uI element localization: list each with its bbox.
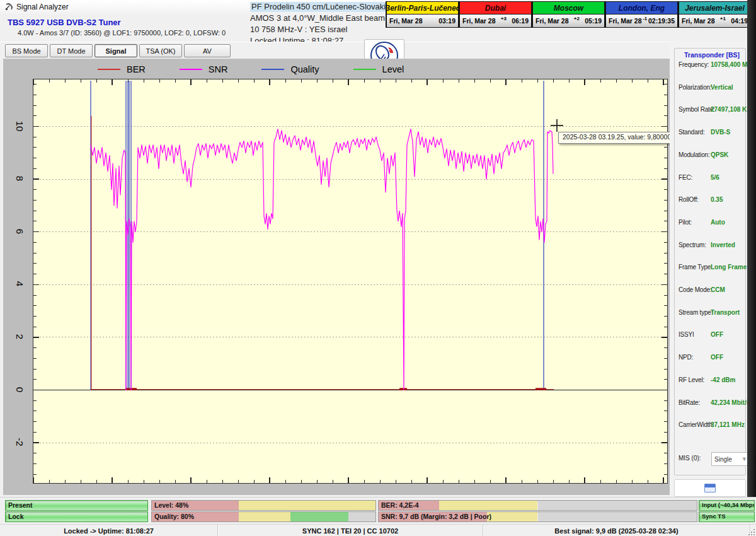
clock-time: 05:19 <box>585 17 602 25</box>
legend-label: BER <box>127 64 146 74</box>
mis-dropdown[interactable]: Single ▼ <box>711 452 750 466</box>
level-indicator: Level: 48% <box>151 500 376 511</box>
clock-date: Fri, Mar 28 <box>609 17 642 25</box>
field-label: Modulation: <box>679 151 710 158</box>
transponder-row-frequency: Frequency:10758,400 MHz <box>675 61 745 71</box>
legend-swatch <box>180 69 202 70</box>
info-line-text: 10 758 MHz-V : YES israel <box>250 25 347 34</box>
tab-signal-mon[interactable]: Signal Mon. <box>94 44 137 57</box>
status-sync-counters: SYNC 162 | TEI 20 | CC 10702 <box>218 525 483 536</box>
legend-item-ber: BER <box>98 64 146 74</box>
field-label: Stream type: <box>679 309 713 316</box>
input-label: Input (~40,34 Mbps) <box>702 501 755 508</box>
tab-tsa-ok[interactable]: TSA (OK) <box>139 44 182 57</box>
clock-utc-offset: +2 <box>574 16 580 21</box>
clock-utc-offset: +3 <box>501 16 507 21</box>
field-label: RollOff: <box>679 196 699 203</box>
tuner-title: TBS 5927 USB DVB-S2 Tuner <box>8 18 121 27</box>
field-label: CarrierWidth: <box>679 421 714 428</box>
clock-date: Fri, Mar 28 <box>682 17 715 25</box>
clock-city-label: Jerusalem-Israel <box>679 1 751 14</box>
tab-av-stopped[interactable]: AV (Stopped) <box>184 44 231 57</box>
transponder-row-pilot: Pilot:Auto <box>675 219 745 229</box>
status-bar: Locked -> Uptime: 81:08:27SYNC 162 | TEI… <box>0 524 756 536</box>
field-label: RF Level: <box>679 376 704 383</box>
y-axis-tick-label: 8 <box>12 170 28 187</box>
clock-datetime: Fri, Mar 28-102:19:35 <box>605 14 678 28</box>
bar-segment <box>538 501 697 510</box>
clock-jerusalem-israel: Jerusalem-IsraelFri, Mar 28+104:19 <box>679 1 752 28</box>
field-value: 37,121 MHz <box>711 421 745 428</box>
field-label: Frequency: <box>679 61 709 68</box>
transponder-row-rolloff: RollOff:0.35 <box>675 196 745 206</box>
field-label: NPD: <box>679 354 693 361</box>
clock-city-label: Dubai <box>459 1 532 14</box>
field-label: BitRate: <box>679 399 700 406</box>
y-axis-tick-label: 6 <box>12 223 28 240</box>
present-indicator: Present <box>5 500 148 511</box>
legend-swatch <box>98 69 120 70</box>
tab-dt-mode[interactable]: DT Mode <box>50 44 93 57</box>
field-value: DVB-S <box>711 129 730 136</box>
tab-bs-mode[interactable]: BS Mode <box>5 44 48 57</box>
resize-grip[interactable] <box>747 528 755 535</box>
clock-datetime: Fri, Mar 28+104:19 <box>679 14 751 28</box>
field-value: Auto <box>711 219 725 226</box>
clock-city-label: London, Eng <box>605 1 678 14</box>
field-value: Inverted <box>711 242 735 248</box>
legend-label: Quality <box>290 64 319 74</box>
clock-berlin-paris-lu-enec: Berlin-Paris-LučenecFri, Mar 2803:19 <box>386 1 459 28</box>
clock-utc-offset: -1 <box>643 16 647 21</box>
bar-segment <box>290 512 348 521</box>
sync-indicator: Sync TS <box>699 511 755 522</box>
status-best-signal: Best signal: 9,9 dB (2025-03-28 02:34) <box>483 525 750 536</box>
legend-item-level: Level <box>353 64 404 74</box>
window-title: Signal Analyzer <box>16 3 69 11</box>
signal-bars-panel: PresentLevel: 48%BER: 4,2E-4Input (~40,3… <box>0 497 756 525</box>
field-value: QPSK <box>711 151 728 158</box>
field-value: OFF <box>711 331 723 338</box>
tuner-subtitle: 4.0W - Amos 3/7 (ID: 3560) @ LOF1: 97500… <box>18 29 226 37</box>
transponder-row-spectrum: Spectrum:Inverted <box>675 242 745 252</box>
transponder-row-carrierwidth: CarrierWidth:37,121 MHz <box>675 421 745 431</box>
clock-moscow: MoscowFri, Mar 28+205:19 <box>532 1 605 28</box>
field-value: CCM <box>711 286 725 293</box>
transponder-row-stream-type: Stream type:Transport <box>675 309 745 319</box>
bar-segment <box>538 512 697 521</box>
bar-segment <box>239 512 290 521</box>
field-label: Code Mode: <box>679 286 711 293</box>
satellite-dish-icon <box>4 2 14 11</box>
bar-segment <box>487 512 538 521</box>
y-axis-tick-label: 0 <box>12 382 28 398</box>
transponder-row-fec: FEC:5/6 <box>675 174 745 184</box>
lock-label: Lock <box>8 513 24 520</box>
desktop-edge <box>747 0 756 499</box>
remote-panel-button[interactable] <box>674 479 746 497</box>
field-label: Spectrum: <box>679 242 706 248</box>
info-line-text: PF Prodelin 450 cm/Lučenec-Slovakia <box>250 2 391 12</box>
sync-label: Sync TS <box>702 513 726 520</box>
clock-london-eng: London, EngFri, Mar 28-102:19:35 <box>605 1 679 28</box>
clock-utc-offset: +1 <box>720 16 726 21</box>
chart-panel: BERSNRQualityLevel 1086420-2 2025-03-28 … <box>3 59 670 495</box>
quality-indicator: Quality: 80% <box>151 511 376 522</box>
field-value: -42 dBm <box>711 376 735 383</box>
transponder-row-standard: Standard:DVB-S <box>675 129 745 139</box>
ber-label: BER: 4,2E-4 <box>381 501 419 509</box>
snr-indicator: SNR: 9,7 dB (Margin: 3,2 dB | Poor) <box>378 511 697 522</box>
clock-city-label: Berlin-Paris-Lučenec <box>386 1 459 14</box>
mis-label: MIS (0): <box>679 455 701 462</box>
bar-segment <box>439 501 538 510</box>
chart-legend: BERSNRQualityLevel <box>98 62 438 77</box>
field-value: 5/6 <box>711 174 719 181</box>
transponder-groupbox: Transponder [BS] Frequency:10758,400 MHz… <box>674 48 746 475</box>
clock-panel: Berlin-Paris-LučenecFri, Mar 2803:19Duba… <box>386 1 752 28</box>
clock-date: Fri, Mar 28 <box>389 17 423 25</box>
legend-label: SNR <box>209 64 228 74</box>
bar-segment <box>348 512 375 521</box>
lock-indicator: Lock <box>5 511 148 522</box>
input-indicator: Input (~40,34 Mbps) <box>699 500 755 511</box>
field-value: OFF <box>711 354 723 361</box>
snr-label: SNR: 9,7 dB (Margin: 3,2 dB | Poor) <box>381 513 491 520</box>
transponder-row-issyi: ISSYIOFF <box>675 331 745 341</box>
